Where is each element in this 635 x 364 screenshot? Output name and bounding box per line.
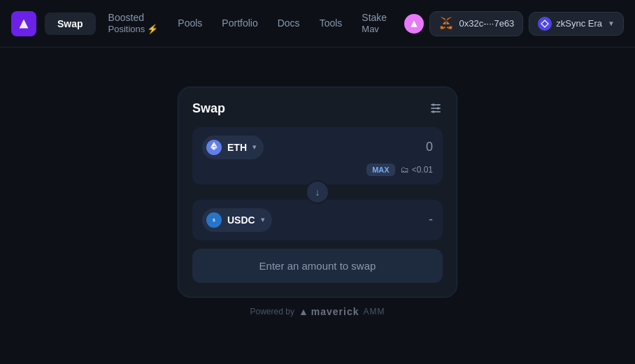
svg-marker-0	[446, 17, 451, 20]
from-token-chevron-icon: ▾	[252, 143, 257, 152]
to-token-amount: -	[429, 212, 433, 227]
nav-docs[interactable]: Docs	[268, 12, 310, 34]
nav-stake-mav[interactable]: Stake Mav	[352, 9, 397, 37]
to-token-row: $ USDC ▾ -	[202, 208, 433, 232]
nav-links: Boosted Positions ⚡ Pools Portfolio Docs…	[99, 9, 404, 37]
swap-direction-button[interactable]: ↓	[306, 180, 329, 204]
down-arrow-icon: ↓	[315, 187, 320, 198]
nav-pools[interactable]: Pools	[168, 12, 212, 34]
powered-by-text: Powered by	[250, 307, 294, 316]
svg-marker-7	[447, 26, 448, 28]
network-chevron-icon: ▼	[608, 20, 615, 27]
network-name: zkSync Era	[556, 18, 602, 29]
nav-swap-button[interactable]: Swap	[45, 13, 96, 35]
zksync-icon	[538, 17, 552, 31]
nav-boosted-positions[interactable]: Boosted Positions ⚡	[99, 9, 169, 37]
svg-marker-5	[446, 21, 449, 24]
boosted-sub: Positions ⚡	[108, 24, 159, 35]
wallet-button[interactable]: 0x32c-···7e63	[429, 11, 524, 36]
metamask-icon	[438, 16, 454, 31]
swap-action-button[interactable]: Enter an amount to swap	[192, 249, 443, 283]
settings-icon[interactable]	[429, 101, 443, 115]
maverick-arrow-icon: ▲	[299, 306, 308, 317]
balance-info: 🗂 <0.01	[401, 165, 433, 175]
logo-icon[interactable]	[11, 11, 36, 36]
swap-card: Swap	[178, 87, 457, 298]
to-token-selector[interactable]: $ USDC ▾	[202, 208, 272, 232]
svg-point-11	[432, 103, 434, 105]
mav-dot[interactable]	[404, 14, 424, 34]
maverick-name: maverick	[311, 306, 359, 317]
svg-marker-14	[214, 142, 217, 147]
to-token-chevron-icon: ▾	[261, 215, 265, 224]
from-token-row: ETH ▾ 0	[202, 136, 433, 159]
svg-point-12	[437, 107, 439, 109]
eth-icon	[206, 140, 222, 155]
swap-title: Swap	[192, 101, 225, 116]
to-token-name: USDC	[227, 214, 255, 226]
navbar: Swap Boosted Positions ⚡ Pools Portfolio…	[0, 0, 635, 48]
boosted-label: Boosted	[108, 12, 144, 24]
maverick-logo: ▲ maverick	[299, 306, 359, 317]
usdc-icon: $	[206, 212, 222, 228]
amm-text: AMM	[363, 307, 385, 316]
wallet-balance-icon: 🗂	[401, 165, 409, 175]
svg-marker-3	[440, 26, 443, 29]
from-token-box: ETH ▾ 0 MAX 🗂 <0.01	[192, 127, 443, 184]
svg-marker-1	[441, 17, 445, 20]
swap-header: Swap	[192, 101, 443, 116]
lightning-icon: ⚡	[147, 24, 158, 35]
main-content: Swap	[0, 48, 635, 364]
from-token-name: ETH	[227, 142, 247, 153]
wallet-address: 0x32c-···7e63	[459, 18, 515, 29]
from-token-selector[interactable]: ETH ▾	[202, 136, 264, 159]
footer: Powered by ▲ maverick AMM	[242, 298, 394, 326]
from-balance-row: MAX 🗂 <0.01	[202, 163, 433, 176]
svg-marker-15	[211, 142, 214, 147]
swap-arrow-container: ↓	[192, 180, 443, 204]
stake-bottom: Mav	[362, 24, 379, 35]
from-token-amount[interactable]: 0	[426, 140, 433, 154]
svg-point-13	[432, 110, 434, 112]
svg-marker-2	[448, 26, 452, 29]
nav-portfolio[interactable]: Portfolio	[212, 12, 267, 34]
to-token-box: $ USDC ▾ -	[192, 200, 443, 240]
balance-amount: <0.01	[412, 165, 433, 175]
network-button[interactable]: zkSync Era ▼	[529, 12, 624, 36]
max-button[interactable]: MAX	[366, 163, 394, 176]
svg-marker-6	[443, 26, 445, 28]
stake-top: Stake	[362, 12, 387, 24]
svg-marker-4	[443, 21, 445, 24]
nav-tools[interactable]: Tools	[310, 12, 352, 34]
